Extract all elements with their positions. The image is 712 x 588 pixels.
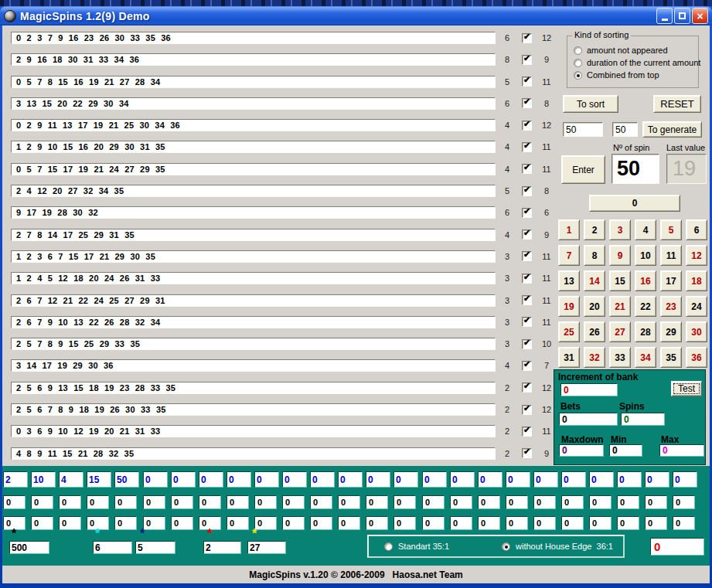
radio-standart[interactable]	[384, 542, 393, 551]
number-button-36[interactable]: 36	[686, 347, 707, 368]
row-checkbox[interactable]: ✔	[522, 98, 532, 108]
radio-combined-from-top[interactable]	[574, 71, 582, 80]
row-checkbox[interactable]: ✔	[522, 76, 532, 87]
row-checkbox[interactable]: ✔	[522, 142, 532, 152]
titlebar[interactable]: MagicSpins 1.2(9) Demo ×	[0, 6, 712, 25]
number-button-2[interactable]: 2	[584, 219, 605, 240]
sequence-field[interactable]: 2 5 7 8 9 15 25 29 33 35	[11, 338, 496, 350]
grid-cell[interactable]	[506, 516, 528, 530]
row-checkbox[interactable]: ✔	[522, 55, 532, 65]
maximize-button[interactable]	[674, 8, 690, 24]
grid-cell[interactable]	[31, 516, 53, 530]
radio-without-house-edge[interactable]	[502, 542, 510, 551]
grid-cell[interactable]	[227, 495, 249, 509]
grid-cell[interactable]	[310, 495, 332, 509]
grid-cell[interactable]	[199, 471, 223, 488]
row-checkbox[interactable]: ✔	[522, 361, 532, 371]
row-checkbox[interactable]: ✔	[522, 317, 532, 327]
number-button-16[interactable]: 16	[635, 270, 656, 291]
grid-cell[interactable]	[310, 471, 335, 488]
number-button-19[interactable]: 19	[558, 296, 580, 317]
grid-cell[interactable]	[171, 471, 196, 488]
grid-cell[interactable]	[533, 516, 556, 530]
grid-cell[interactable]	[589, 471, 614, 488]
sorting-option-duration[interactable]: duration of the current amount	[574, 58, 700, 67]
sequence-field[interactable]: 3 13 15 20 22 29 30 34	[11, 97, 496, 110]
row-checkbox[interactable]: ✔	[522, 121, 532, 131]
number-button-11[interactable]: 11	[660, 245, 682, 266]
number-button-26[interactable]: 26	[584, 321, 605, 342]
row-checkbox[interactable]: ✔	[522, 251, 532, 261]
grid-cell[interactable]	[366, 495, 388, 509]
grid-cell[interactable]	[533, 495, 556, 509]
grid-cell[interactable]	[171, 516, 193, 530]
grid-cell[interactable]	[393, 516, 416, 530]
radio-amount-not-appeared[interactable]	[574, 46, 582, 55]
number-button-15[interactable]: 15	[609, 270, 631, 291]
sorting-option-amount[interactable]: amount not appeared	[574, 46, 668, 55]
sequence-field[interactable]: 0 2 3 7 9 16 23 26 30 33 35 36	[11, 32, 496, 44]
sequence-field[interactable]: 2 6 7 12 21 22 24 25 27 29 31	[11, 294, 496, 307]
number-button-31[interactable]: 31	[558, 347, 580, 368]
grid-cell[interactable]	[478, 516, 500, 530]
sequence-field[interactable]: 2 5 6 7 8 9 18 19 26 30 33 35	[11, 403, 496, 416]
number-button-14[interactable]: 14	[584, 270, 605, 291]
number-button-7[interactable]: 7	[558, 245, 580, 266]
grid-cell[interactable]	[282, 471, 307, 488]
grid-cell[interactable]	[393, 471, 418, 488]
grid-cell[interactable]	[143, 471, 168, 488]
maxdown-input[interactable]	[559, 444, 604, 457]
grid-cell[interactable]	[3, 471, 28, 488]
result-input[interactable]	[650, 538, 704, 556]
grid-cell[interactable]	[338, 516, 360, 530]
grid-cell[interactable]	[227, 471, 251, 488]
grid-cell[interactable]	[645, 495, 667, 509]
grid-cell[interactable]	[199, 495, 221, 509]
minimize-button[interactable]	[656, 8, 673, 24]
grid-cell[interactable]	[561, 516, 584, 530]
grid-cell[interactable]	[589, 495, 612, 509]
grid-cell[interactable]	[143, 495, 165, 509]
grid-cell[interactable]	[282, 495, 305, 509]
grid-cell[interactable]	[114, 495, 137, 509]
number-button-5[interactable]: 5	[660, 219, 682, 240]
row-checkbox[interactable]: ✔	[522, 427, 532, 437]
grid-cell[interactable]	[506, 471, 530, 488]
max-input[interactable]	[659, 444, 704, 457]
grid-cell[interactable]	[59, 495, 81, 509]
row-checkbox[interactable]: ✔	[522, 208, 532, 218]
sequence-field[interactable]: 0 5 7 8 15 16 19 21 27 28 34	[11, 76, 496, 88]
grid-cell[interactable]	[338, 471, 363, 488]
grid-cell[interactable]	[478, 495, 500, 509]
reset-button[interactable]: RESET	[653, 95, 701, 113]
sequence-field[interactable]: 0 3 6 9 10 12 19 20 21 31 33	[11, 425, 496, 437]
enter-button[interactable]: Enter	[561, 155, 605, 184]
sorting-option-combined[interactable]: Combined from top	[574, 70, 659, 80]
grid-cell[interactable]	[227, 516, 249, 530]
grid-cell[interactable]	[561, 495, 584, 509]
grid-cell[interactable]	[338, 495, 360, 509]
number-button-1[interactable]: 1	[558, 219, 580, 240]
chip-input[interactable]	[247, 541, 286, 554]
radio-duration[interactable]	[574, 59, 582, 67]
grid-cell[interactable]	[617, 516, 639, 530]
grid-cell[interactable]	[31, 495, 53, 509]
row-checkbox[interactable]: ✔	[522, 295, 532, 305]
row-checkbox[interactable]: ✔	[522, 33, 532, 43]
payout-option-standart[interactable]: Standart 35:1	[384, 542, 449, 551]
grid-cell[interactable]	[617, 495, 639, 509]
chip-input[interactable]	[135, 541, 175, 554]
grid-cell[interactable]	[31, 471, 56, 488]
sequence-field[interactable]: 9 17 19 28 30 32	[11, 206, 496, 219]
grid-cell[interactable]	[366, 516, 388, 530]
generate-count-input[interactable]	[563, 122, 603, 137]
number-button-33[interactable]: 33	[609, 347, 631, 368]
number-button-34[interactable]: 34	[635, 347, 656, 368]
grid-cell[interactable]	[254, 471, 279, 488]
sequence-field[interactable]: 4 8 9 11 15 21 28 32 35	[11, 447, 496, 460]
number-button-21[interactable]: 21	[609, 296, 631, 317]
number-button-10[interactable]: 10	[635, 245, 656, 266]
to-generate-button[interactable]: To generate	[642, 121, 702, 138]
number-button-13[interactable]: 13	[558, 270, 580, 291]
grid-cell[interactable]	[393, 495, 416, 509]
